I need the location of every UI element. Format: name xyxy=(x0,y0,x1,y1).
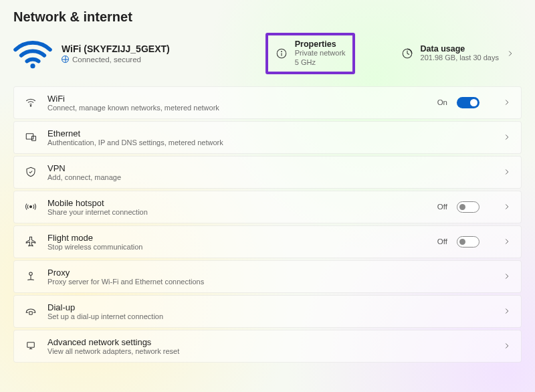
properties-line2: 5 GHz xyxy=(295,58,346,68)
svg-line-6 xyxy=(407,54,409,55)
row-toggle[interactable] xyxy=(457,236,479,248)
svg-rect-9 xyxy=(32,136,36,141)
row-subtitle: Proxy server for Wi-Fi and Ethernet conn… xyxy=(47,278,479,286)
row-toggle[interactable] xyxy=(457,97,479,108)
chevron-right-icon xyxy=(502,202,512,211)
flight-icon xyxy=(23,235,38,248)
svg-point-10 xyxy=(30,206,32,208)
settings-row-ethernet[interactable]: EthernetAuthentication, IP and DNS setti… xyxy=(13,121,522,154)
svg-rect-13 xyxy=(29,312,33,315)
row-subtitle: Share your internet connection xyxy=(47,208,428,216)
settings-row-mobile-hotspot[interactable]: Mobile hotspotShare your internet connec… xyxy=(13,191,522,223)
chevron-right-icon xyxy=(502,132,512,142)
connection-status: Connected, secured xyxy=(72,56,141,64)
chevron-right-icon xyxy=(502,167,512,177)
row-title: Advanced network settings xyxy=(47,337,479,347)
chevron-right-icon xyxy=(502,237,512,246)
chevron-right-icon xyxy=(502,341,512,351)
settings-row-dial-up[interactable]: Dial-upSet up a dial-up internet connect… xyxy=(13,295,522,328)
row-subtitle: View all network adapters, network reset xyxy=(47,347,479,355)
chevron-right-icon xyxy=(502,98,512,107)
proxy-icon xyxy=(23,270,38,283)
settings-row-advanced-network-settings[interactable]: Advanced network settingsView all networ… xyxy=(13,330,522,363)
wifi-icon xyxy=(23,96,38,109)
svg-rect-14 xyxy=(27,342,35,348)
vpn-icon xyxy=(23,165,38,179)
hotspot-icon xyxy=(23,200,38,213)
row-title: Mobile hotspot xyxy=(47,198,428,208)
row-subtitle: Set up a dial-up internet connection xyxy=(47,312,479,320)
chevron-right-icon xyxy=(502,306,512,316)
row-subtitle: Add, connect, manage xyxy=(47,173,479,181)
chevron-right-icon xyxy=(506,49,515,58)
settings-row-proxy[interactable]: ProxyProxy server for Wi-Fi and Ethernet… xyxy=(13,260,522,293)
svg-point-7 xyxy=(30,106,31,107)
svg-point-3 xyxy=(281,51,282,52)
properties-line1: Private network xyxy=(295,49,346,58)
settings-row-wifi[interactable]: WiFiConnect, manage known networks, mete… xyxy=(13,86,522,119)
advanced-icon xyxy=(23,339,38,353)
row-subtitle: Authentication, IP and DNS settings, met… xyxy=(47,138,479,146)
ethernet-icon xyxy=(23,130,38,144)
row-toggle[interactable] xyxy=(457,201,479,213)
info-icon xyxy=(275,47,288,60)
row-title: Dial-up xyxy=(47,302,479,312)
settings-row-vpn[interactable]: VPNAdd, connect, manage xyxy=(13,156,522,189)
usage-title: Data usage xyxy=(421,44,499,54)
connection-name: WiFi (SKYFZIJJ_5GEXT) xyxy=(62,43,256,54)
dialup-icon xyxy=(23,304,38,318)
row-title: Proxy xyxy=(47,268,479,278)
settings-row-flight-mode[interactable]: Flight modeStop wireless communicationOf… xyxy=(13,225,522,258)
row-state: Off xyxy=(437,237,447,246)
usage-icon xyxy=(401,47,414,60)
row-title: VPN xyxy=(47,163,479,173)
wifi-signal-icon xyxy=(13,38,52,69)
row-subtitle: Stop wireless communication xyxy=(47,243,428,251)
page-title: Network & internet xyxy=(13,9,522,25)
properties-tile[interactable]: Properties Private network 5 GHz xyxy=(265,33,355,74)
data-usage-tile[interactable]: Data usage 201.98 GB, last 30 days xyxy=(394,40,522,67)
usage-line1: 201.98 GB, last 30 days xyxy=(421,54,499,63)
globe-icon xyxy=(62,56,69,63)
row-subtitle: Connect, manage known networks, metered … xyxy=(47,104,428,112)
svg-point-0 xyxy=(30,64,35,68)
row-title: Flight mode xyxy=(47,233,428,243)
connection-summary: WiFi (SKYFZIJJ_5GEXT) Connected, secured… xyxy=(13,33,522,74)
properties-title: Properties xyxy=(295,39,346,49)
row-title: WiFi xyxy=(47,94,428,104)
row-state: Off xyxy=(437,203,447,211)
row-title: Ethernet xyxy=(47,128,479,138)
svg-point-11 xyxy=(29,272,33,276)
chevron-right-icon xyxy=(502,272,512,281)
settings-list: WiFiConnect, manage known networks, mete… xyxy=(13,86,522,363)
row-state: On xyxy=(437,98,447,106)
